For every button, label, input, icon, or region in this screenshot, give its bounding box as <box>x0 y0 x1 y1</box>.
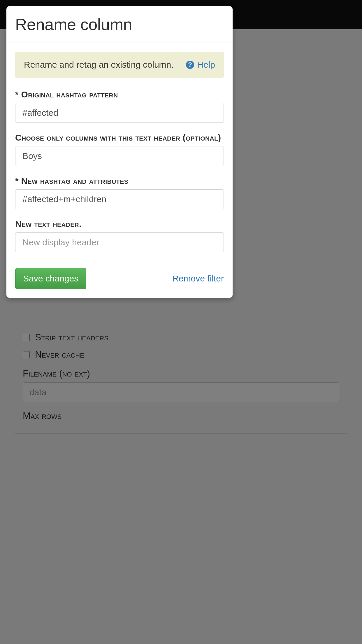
remove-filter-link[interactable]: Remove filter <box>172 274 224 284</box>
modal-header: Rename column <box>6 6 233 43</box>
text-header-filter-input[interactable] <box>15 146 224 166</box>
original-hashtag-input[interactable] <box>15 103 224 123</box>
help-link-label: Help <box>197 60 215 70</box>
modal-info-alert: Rename and retag an existing column. ? H… <box>15 52 224 78</box>
text-header-filter-label: Choose only columns with this text heade… <box>15 133 224 143</box>
modal-title: Rename column <box>15 15 224 34</box>
new-hashtag-input[interactable] <box>15 189 224 209</box>
alert-text: Rename and retag an existing column. <box>24 60 174 70</box>
new-text-header-input[interactable] <box>15 232 224 252</box>
rename-column-modal: Rename column Rename and retag an existi… <box>6 6 233 298</box>
new-hashtag-label: * New hashtag and attributes <box>15 176 224 186</box>
new-text-header-label: New text header. <box>15 219 224 229</box>
help-icon: ? <box>186 61 194 69</box>
original-hashtag-label: * Original hashtag pattern <box>15 90 224 99</box>
help-link[interactable]: ? Help <box>186 60 215 70</box>
save-changes-button[interactable]: Save changes <box>15 268 86 289</box>
